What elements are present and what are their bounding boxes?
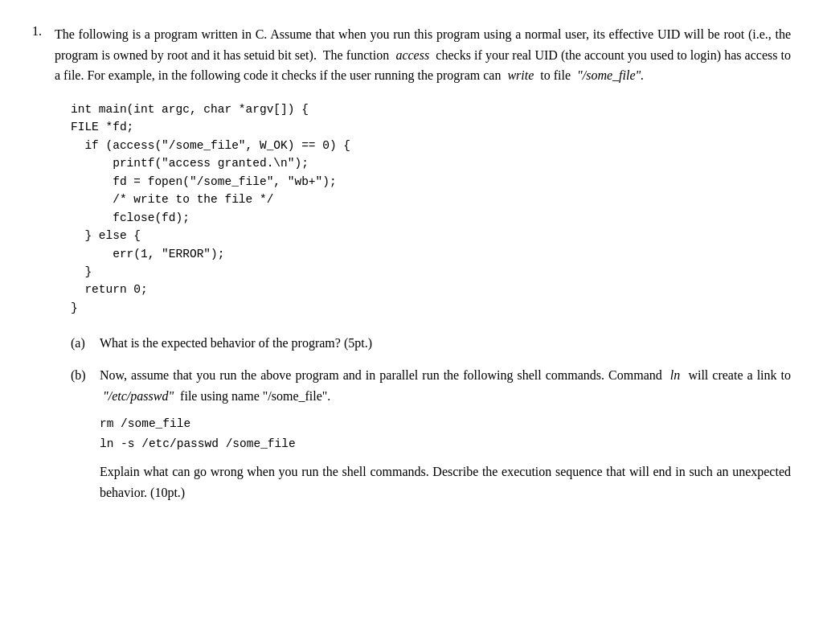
sub-b-label: (b) [71, 365, 93, 386]
question-intro: The following is a program written in C.… [55, 24, 791, 86]
sub-b-intro-para: Now, assume that you run the above progr… [100, 365, 791, 406]
sub-b-content: Now, assume that you run the above progr… [100, 365, 791, 503]
sub-b-file2: file using name "/some_file". [180, 389, 330, 403]
sub-b-file1: "/etc/passwd" [103, 389, 174, 403]
number-label: 1. [32, 24, 48, 39]
write-italic: write [507, 68, 534, 82]
question-container: 1. The following is a program written in… [32, 24, 791, 515]
sub-a-text: What is the expected behavior of the pro… [100, 333, 791, 354]
access-italic: access [395, 48, 429, 62]
question-body: The following is a program written in C.… [55, 24, 791, 515]
explain-text: Explain what can go wrong when you run t… [100, 461, 791, 502]
sub-b-ln-italic: ln [670, 368, 680, 382]
sub-b-mid: will create a link to [688, 368, 791, 382]
sub-a-label: (a) [71, 333, 93, 354]
sub-questions: (a) What is the expected behavior of the… [71, 333, 791, 502]
shell-code-block: rm /some_file ln -s /etc/passwd /some_fi… [100, 414, 791, 453]
write-rest: to file [540, 68, 571, 82]
file-italic: "/some_file". [577, 68, 644, 82]
main-code-block: int main(int argc, char *argv[]) { FILE … [71, 100, 791, 318]
sub-b-intro: Now, assume that you run the above progr… [100, 368, 662, 382]
function-text: The function [323, 48, 389, 62]
question-number: 1. The following is a program written in… [32, 24, 791, 515]
sub-question-b: (b) Now, assume that you run the above p… [71, 365, 791, 503]
sub-question-a: (a) What is the expected behavior of the… [71, 333, 791, 354]
